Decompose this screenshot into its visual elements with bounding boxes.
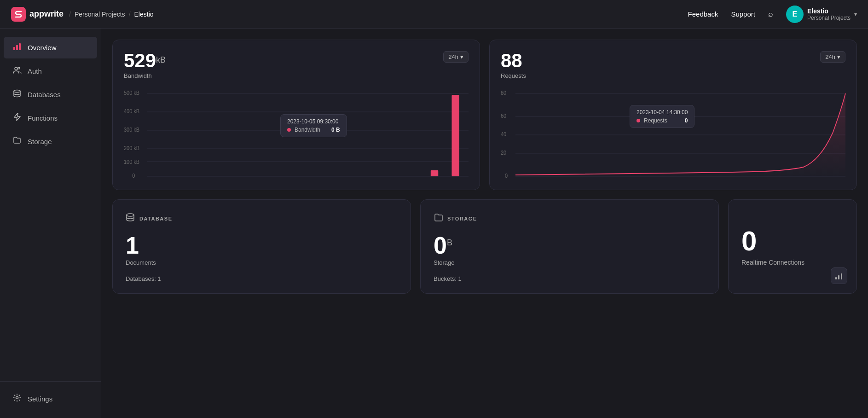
svg-text:400 kB: 400 kB [124, 109, 139, 115]
user-name: Elestio [807, 7, 851, 15]
svg-rect-21 [431, 170, 438, 176]
sidebar-item-auth[interactable]: Auth [4, 60, 97, 82]
chevron-down-icon: ▾ [837, 53, 840, 60]
storage-stat-card: STORAGE 0B Storage Buckets: 1 [420, 199, 719, 294]
chevron-down-icon: ▾ [854, 11, 857, 17]
sidebar-item-storage[interactable]: Storage [4, 131, 97, 152]
svg-point-32 [127, 214, 134, 216]
sidebar-item-databases[interactable]: Databases [4, 84, 97, 105]
sidebar-item-functions[interactable]: Functions [4, 107, 97, 129]
database-stat-number: 1 [126, 233, 398, 257]
users-icon [13, 66, 21, 76]
sidebar-item-settings-label: Settings [28, 395, 52, 403]
folder-icon [13, 136, 21, 147]
svg-text:300 kB: 300 kB [124, 127, 139, 133]
storage-stat-desc: Storage [434, 259, 706, 266]
svg-point-7 [16, 397, 18, 399]
sidebar-item-auth-label: Auth [28, 67, 42, 75]
svg-text:100 kB: 100 kB [124, 159, 139, 165]
svg-rect-33 [835, 277, 837, 279]
database-icon [13, 89, 21, 100]
sidebar-item-overview[interactable]: Overview [4, 37, 97, 58]
database-card-header: DATABASE [126, 213, 398, 224]
bandwidth-card: 529kB Bandwidth 24h ▾ 500 kB 400 kB 300 [112, 40, 480, 190]
bottom-row: DATABASE 1 Documents Databases: 1 STORAG… [112, 199, 857, 294]
svg-text:80: 80 [501, 90, 506, 96]
bandwidth-chart: 500 kB 400 kB 300 kB 200 kB 100 kB 0 [124, 87, 469, 179]
sidebar: Overview Auth Databases [0, 29, 101, 418]
bar-chart-icon [13, 42, 21, 53]
storage-card-label: STORAGE [447, 216, 477, 221]
svg-point-5 [18, 67, 20, 69]
realtime-label: Realtime Connections [741, 259, 844, 266]
main-content: 529kB Bandwidth 24h ▾ 500 kB 400 kB 300 [101, 29, 868, 418]
bandwidth-label: Bandwidth [124, 72, 166, 79]
gear-icon [13, 394, 21, 404]
search-icon[interactable]: ⌕ [768, 9, 773, 19]
svg-rect-20 [451, 95, 459, 176]
user-info: Elestio Personal Projects [807, 7, 851, 21]
database-stat-desc: Documents [126, 259, 398, 266]
svg-text:0: 0 [132, 173, 135, 179]
bandwidth-period-selector[interactable]: 24h ▾ [443, 51, 469, 63]
svg-text:60: 60 [501, 113, 506, 119]
storage-stat-number: 0B [434, 233, 706, 257]
feedback-link[interactable]: Feedback [688, 10, 718, 18]
svg-rect-1 [13, 47, 15, 50]
avatar: E [786, 6, 804, 23]
svg-text:200 kB: 200 kB [124, 145, 139, 151]
requests-label: Requests [501, 72, 526, 79]
svg-text:500 kB: 500 kB [124, 90, 139, 96]
storage-card-header: STORAGE [434, 213, 706, 224]
svg-rect-34 [838, 275, 839, 279]
svg-text:0: 0 [505, 173, 508, 179]
database-stat-footer: Databases: 1 [126, 275, 398, 282]
bandwidth-value: 529kB [124, 51, 166, 70]
svg-point-6 [14, 90, 20, 93]
requests-chart: 80 60 40 20 0 [501, 87, 845, 179]
svg-rect-2 [16, 45, 18, 50]
sidebar-item-settings[interactable]: Settings [4, 388, 97, 410]
breadcrumb-personal-projects[interactable]: Personal Projects [75, 11, 125, 18]
database-card-icon [126, 213, 135, 224]
sidebar-item-databases-label: Databases [28, 91, 61, 99]
chevron-down-icon: ▾ [460, 53, 463, 60]
svg-text:20: 20 [501, 150, 506, 156]
breadcrumb-elestio[interactable]: Elestio [134, 11, 154, 18]
svg-point-4 [15, 67, 17, 70]
requests-period-selector[interactable]: 24h ▾ [820, 51, 845, 63]
breadcrumb: / Personal Projects / Elestio [69, 11, 154, 18]
requests-value: 88 [501, 51, 526, 70]
requests-card: 88 Requests 24h ▾ 80 60 40 20 [489, 40, 857, 190]
svg-rect-3 [19, 43, 21, 50]
realtime-value: 0 [741, 227, 844, 255]
sidebar-item-overview-label: Overview [28, 44, 57, 52]
logo-text: appwrite [29, 9, 64, 19]
header-right: Feedback Support ⌕ E Elestio Personal Pr… [688, 6, 857, 23]
sidebar-item-functions-label: Functions [28, 114, 58, 122]
user-sub: Personal Projects [807, 15, 851, 21]
realtime-card: 0 Realtime Connections [728, 199, 857, 294]
layout: Overview Auth Databases [0, 29, 868, 418]
realtime-chart-icon[interactable] [831, 267, 847, 284]
svg-text:40: 40 [501, 132, 506, 138]
support-link[interactable]: Support [731, 10, 755, 18]
storage-stat-footer: Buckets: 1 [434, 275, 706, 282]
header: appwrite / Personal Projects / Elestio F… [0, 0, 868, 29]
lightning-icon [13, 113, 21, 123]
appwrite-logo-icon [11, 7, 26, 22]
charts-row: 529kB Bandwidth 24h ▾ 500 kB 400 kB 300 [112, 40, 857, 190]
requests-header: 88 Requests 24h ▾ [501, 51, 845, 79]
sidebar-item-storage-label: Storage [28, 138, 52, 145]
sidebar-bottom: Settings [0, 381, 101, 411]
svg-rect-35 [841, 273, 842, 279]
database-stat-card: DATABASE 1 Documents Databases: 1 [112, 199, 411, 294]
bandwidth-header: 529kB Bandwidth 24h ▾ [124, 51, 469, 79]
logo[interactable]: appwrite [11, 7, 64, 22]
user-menu[interactable]: E Elestio Personal Projects ▾ [786, 6, 857, 23]
database-card-label: DATABASE [139, 216, 172, 221]
storage-card-icon [434, 213, 443, 224]
